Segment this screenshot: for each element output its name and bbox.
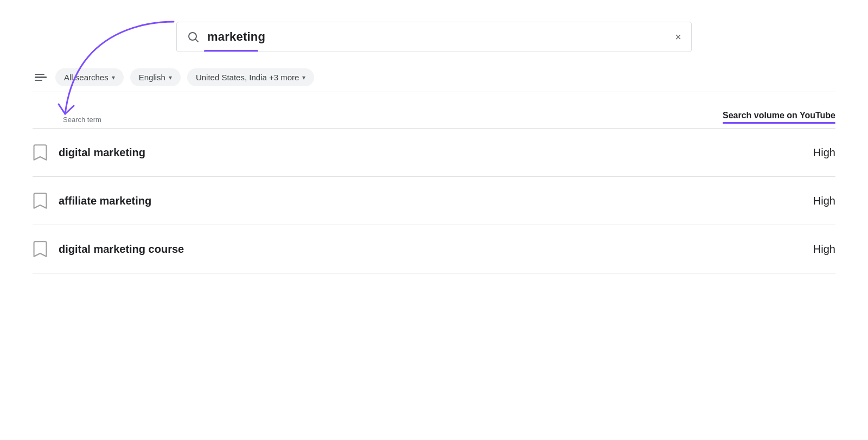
location-pill[interactable]: United States, India +3 more ▾ (187, 68, 315, 86)
english-pill[interactable]: English ▾ (130, 68, 181, 86)
bookmark-icon[interactable] (33, 192, 48, 209)
clear-icon[interactable]: × (675, 31, 681, 43)
result-term-2: affiliate marketing (59, 195, 151, 207)
col-volume-underline (723, 122, 835, 124)
all-searches-chevron: ▾ (112, 74, 115, 81)
english-chevron: ▾ (169, 74, 172, 81)
result-term-1: digital marketing (59, 146, 145, 159)
col-volume-header: Search volume on YouTube (723, 111, 835, 124)
column-headers: Search term Search volume on YouTube (33, 103, 835, 129)
location-label: United States, India +3 more (196, 73, 299, 82)
result-term-3: digital marketing course (59, 243, 184, 256)
filter-row: All searches ▾ English ▾ United States, … (33, 68, 835, 92)
svg-line-1 (196, 40, 199, 42)
table-row: digital marketing course High (33, 225, 835, 273)
location-chevron: ▾ (302, 74, 305, 81)
search-bar: marketing × (176, 22, 692, 52)
table-row: digital marketing High (33, 129, 835, 177)
bookmark-icon[interactable] (33, 144, 48, 161)
result-left: digital marketing (33, 144, 145, 161)
col-search-term-header: Search term (33, 116, 101, 124)
search-icon (187, 30, 200, 43)
all-searches-pill[interactable]: All searches ▾ (55, 68, 124, 86)
page-container: marketing × All searches ▾ English ▾ Uni… (0, 0, 868, 440)
result-volume-1: High (813, 146, 835, 159)
result-volume-2: High (813, 195, 835, 207)
filter-menu-icon[interactable] (33, 72, 49, 84)
table-row: affiliate marketing High (33, 177, 835, 225)
search-query[interactable]: marketing (207, 30, 675, 44)
result-left: digital marketing course (33, 240, 184, 258)
bookmark-icon[interactable] (33, 240, 48, 258)
result-left: affiliate marketing (33, 192, 151, 209)
all-searches-label: All searches (64, 73, 108, 82)
result-volume-3: High (813, 243, 835, 256)
english-label: English (139, 73, 165, 82)
search-bar-wrapper: marketing × (33, 22, 835, 52)
